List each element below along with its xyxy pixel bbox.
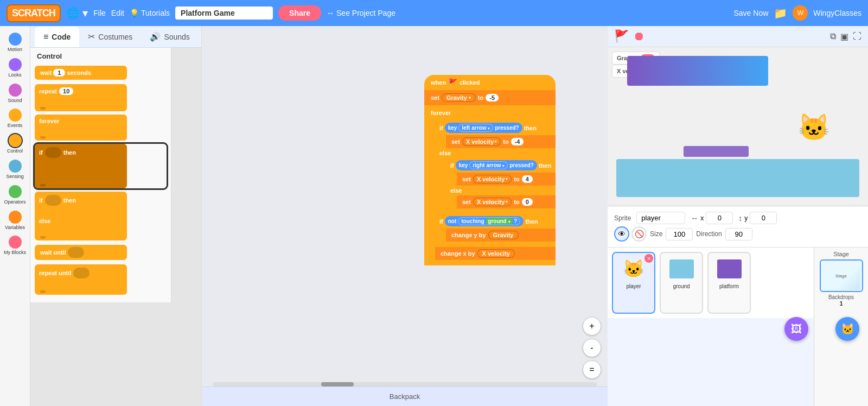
events-dot xyxy=(9,109,22,122)
canvas-scrollbar-h[interactable] xyxy=(213,382,597,386)
fullscreen-button[interactable]: ⛶ xyxy=(853,31,861,42)
sound-dot xyxy=(9,84,22,97)
size-input[interactable] xyxy=(666,228,693,240)
sprites-list: ✕ 🐱 player ground xyxy=(608,248,814,318)
edit-menu[interactable]: Edit xyxy=(111,9,124,17)
x-coord-input[interactable] xyxy=(706,212,733,224)
ground-element xyxy=(616,159,859,197)
variables-dot xyxy=(9,211,22,224)
set-gravity-block: set Gravity ▾ to -5 xyxy=(424,90,556,105)
stage-thumbnail[interactable]: Stage xyxy=(820,259,863,292)
tab-costumes[interactable]: ✂ Costumes xyxy=(79,26,141,47)
stage-area: Gravity -5 X velocity 0 🐱 xyxy=(608,47,868,206)
category-operators[interactable]: Operators xyxy=(0,183,30,207)
sprites-area: ✕ 🐱 player ground xyxy=(608,248,868,406)
operators-dot xyxy=(9,185,22,198)
add-backdrop-button[interactable]: 🖼 xyxy=(784,317,808,341)
green-flag-button[interactable]: 🚩 xyxy=(614,29,629,43)
save-now-button[interactable]: Save Now xyxy=(733,9,768,17)
backdrops-count: 1 xyxy=(839,300,843,307)
tabs-and-blocks: ≡ Code ✂ Costumes 🔊 Sounds Control wait … xyxy=(30,26,202,406)
sprite-card-player[interactable]: ✕ 🐱 player xyxy=(612,252,655,314)
tutorials-icon: 💡 xyxy=(130,9,139,17)
zoom-out-button[interactable]: - xyxy=(583,339,601,357)
file-menu[interactable]: File xyxy=(93,9,106,17)
small-stage-button[interactable]: ⧉ xyxy=(830,31,836,42)
user-avatar: W xyxy=(793,5,808,21)
category-motion[interactable]: Motion xyxy=(0,30,30,55)
tutorials-button[interactable]: 💡 Tutorials xyxy=(130,9,170,17)
direction-input[interactable] xyxy=(725,228,752,240)
category-motion-label: Motion xyxy=(8,47,22,53)
sprite-thumbnail-platform xyxy=(713,255,745,282)
block-stack-if-highlighted: if then xyxy=(35,144,167,188)
share-button[interactable]: Share xyxy=(278,5,321,21)
category-events-label: Events xyxy=(8,123,23,129)
add-sprite-button[interactable]: 🐱 xyxy=(835,317,859,341)
category-myblocks[interactable]: My Blocks xyxy=(0,233,30,258)
backpack-bar[interactable]: Backpack xyxy=(202,386,608,406)
folder-icon[interactable]: 📁 xyxy=(774,7,787,20)
block-stack-wait-until: wait until xyxy=(35,244,167,261)
category-events[interactable]: Events xyxy=(0,106,30,131)
sprite-card-ground[interactable]: ground xyxy=(660,252,703,314)
username[interactable]: WingyClasses xyxy=(813,9,861,17)
zoom-reset-button[interactable]: = xyxy=(583,360,601,379)
block-wait-until[interactable]: wait until xyxy=(35,245,127,260)
sprite-delete-player[interactable]: ✕ xyxy=(644,254,653,263)
sprite-x-coord: ↔ x xyxy=(691,212,733,224)
sprites-main: ✕ 🐱 player ground xyxy=(608,248,814,406)
zoom-in-button[interactable]: + xyxy=(583,317,601,335)
sensing-dot xyxy=(9,160,22,173)
tab-bar: ≡ Code ✂ Costumes 🔊 Sounds xyxy=(30,26,201,48)
category-sound-label: Sound xyxy=(8,98,22,104)
category-sensing-label: Sensing xyxy=(6,174,24,180)
block-stack-if-else: if then else xyxy=(35,192,167,240)
category-operators-label: Operators xyxy=(4,199,25,205)
block-wait[interactable]: wait 1 seconds xyxy=(35,66,127,80)
blocks-category-title: Control xyxy=(35,52,167,60)
motion-dot xyxy=(9,33,22,46)
zoom-controls: + - = xyxy=(583,317,601,379)
sprite-info: Sprite ↔ x ↕ y 👁 🚫 Size xyxy=(608,206,868,248)
block-stack-forever: forever xyxy=(35,115,167,141)
project-name-input[interactable] xyxy=(175,7,273,20)
block-stack-repeat-until: repeat until xyxy=(35,264,167,295)
category-variables-label: Variables xyxy=(5,225,25,231)
platform-color xyxy=(717,259,742,278)
code-tab-icon: ≡ xyxy=(43,32,48,42)
block-stack-repeat: repeat 10 xyxy=(35,84,167,111)
sprite-card-platform[interactable]: platform xyxy=(707,252,751,314)
scrollbar-thumb-h xyxy=(321,382,354,386)
y-coord-input[interactable] xyxy=(750,212,777,224)
sprite-y-coord: ↕ y xyxy=(738,212,777,224)
category-control[interactable]: Control xyxy=(0,132,30,156)
category-looks[interactable]: Looks xyxy=(0,56,30,80)
globe-button[interactable]: 🌐 ▾ xyxy=(66,7,88,20)
category-variables[interactable]: Variables xyxy=(0,208,30,233)
cat-sprite: 🐱 xyxy=(797,112,830,143)
hat-block-left: when 🚩 clicked xyxy=(424,75,556,90)
category-sound[interactable]: Sound xyxy=(0,81,30,106)
costumes-tab-icon: ✂ xyxy=(88,31,95,42)
ground-color xyxy=(669,259,694,278)
sprite-name-input[interactable] xyxy=(636,212,685,224)
tab-sounds[interactable]: 🔊 Sounds xyxy=(141,26,198,47)
sprite-name-ground: ground xyxy=(663,283,700,289)
myblocks-dot xyxy=(9,236,22,249)
normal-stage-button[interactable]: ▣ xyxy=(840,31,848,42)
sprite-name-player: player xyxy=(615,283,652,289)
block-categories: Motion Looks Sound Events Control Sensin… xyxy=(0,26,30,406)
canvas-group-left[interactable]: when 🚩 clicked set Gravity ▾ to -5 forev… xyxy=(424,75,556,265)
category-sensing[interactable]: Sensing xyxy=(0,157,30,182)
see-project-button[interactable]: ↔ See Project Page xyxy=(327,9,395,17)
scratch-logo[interactable]: SCRATCH xyxy=(7,4,61,22)
show-button[interactable]: 👁 xyxy=(614,226,629,242)
main-layout: Motion Looks Sound Events Control Sensin… xyxy=(0,26,868,406)
stop-button[interactable]: ⏺ xyxy=(633,29,645,43)
stage-controls: 🚩 ⏺ ⧉ ▣ ⛶ xyxy=(608,26,868,47)
hide-button[interactable]: 🚫 xyxy=(631,226,647,242)
control-dot xyxy=(9,134,22,147)
looks-dot xyxy=(9,58,22,71)
tab-code[interactable]: ≡ Code xyxy=(35,27,79,47)
